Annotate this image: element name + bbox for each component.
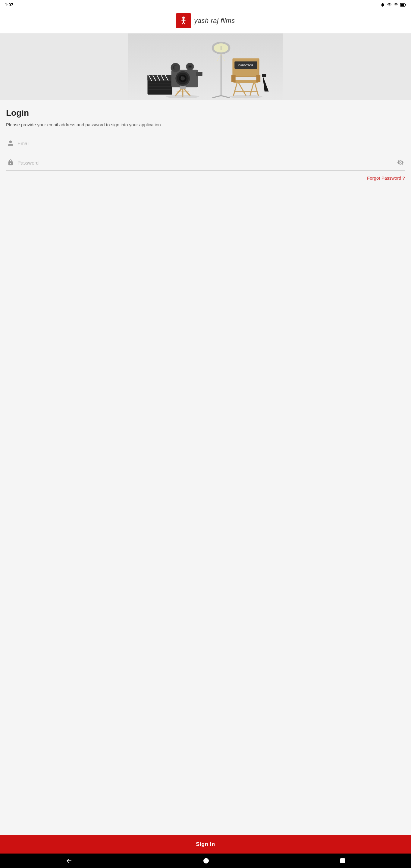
- logo-text: yash raj films: [194, 17, 235, 25]
- lock-icon: [7, 159, 14, 167]
- status-icons: [380, 2, 406, 7]
- svg-point-66: [229, 95, 262, 98]
- recent-button[interactable]: [340, 858, 346, 864]
- svg-rect-68: [340, 858, 345, 863]
- logo-container: Y yash raj films: [176, 13, 235, 28]
- svg-rect-36: [175, 66, 179, 70]
- forgot-password-container: Forgot Password ?: [6, 176, 405, 181]
- wifi-icon: [387, 2, 392, 7]
- svg-rect-62: [256, 75, 260, 82]
- main-content: Login Please provide your email address …: [0, 100, 411, 868]
- email-input[interactable]: [18, 140, 404, 148]
- user-icon: [7, 140, 14, 148]
- yrf-logo-icon: Y: [176, 13, 191, 28]
- svg-rect-56: [233, 80, 258, 83]
- password-field-container: [6, 156, 405, 170]
- svg-rect-64: [262, 74, 266, 77]
- svg-rect-1: [401, 4, 404, 6]
- notification-icon: [380, 2, 385, 7]
- svg-point-28: [181, 76, 182, 78]
- status-bar: 1:07: [0, 0, 411, 10]
- sign-in-button[interactable]: Sign In: [0, 835, 411, 854]
- email-field-container: [6, 137, 405, 151]
- password-input[interactable]: [18, 159, 397, 167]
- svg-rect-41: [180, 86, 186, 89]
- signal-icon: [393, 2, 398, 7]
- forgot-password-link[interactable]: Forgot Password ?: [367, 176, 405, 181]
- login-title: Login: [6, 108, 405, 118]
- eye-hide-icon[interactable]: [397, 159, 404, 167]
- svg-point-5: [182, 17, 185, 19]
- home-button[interactable]: [203, 858, 209, 864]
- film-set-svg: DIRECTOR: [0, 33, 411, 100]
- svg-point-67: [203, 858, 209, 864]
- svg-rect-35: [196, 72, 202, 76]
- svg-text:DIRECTOR: DIRECTOR: [238, 64, 253, 67]
- back-button[interactable]: [65, 857, 73, 864]
- status-time: 1:07: [5, 2, 13, 7]
- svg-rect-61: [231, 75, 235, 82]
- login-subtitle: Please provide your email address and pa…: [6, 121, 405, 128]
- header: Y yash raj films: [0, 10, 411, 33]
- svg-point-65: [166, 95, 199, 98]
- bottom-nav-bar: [0, 854, 411, 868]
- hero-image: DIRECTOR: [0, 33, 411, 100]
- svg-point-34: [189, 66, 191, 67]
- battery-icon: [400, 3, 406, 7]
- svg-rect-2: [405, 4, 406, 6]
